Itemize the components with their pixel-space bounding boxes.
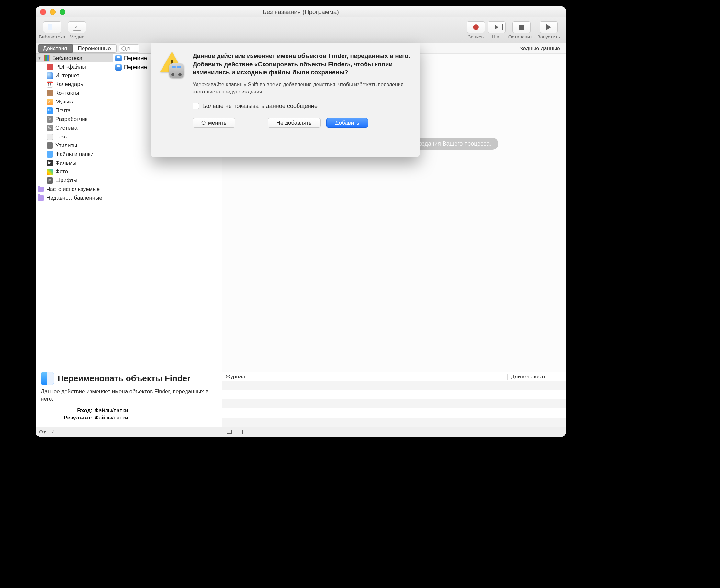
system-icon [47, 125, 53, 131]
smart-folder-icon [38, 195, 44, 201]
stop-icon [519, 25, 524, 30]
sidebar-item-library[interactable]: ▼ Библиотека [36, 54, 113, 62]
sidebar-item-contacts[interactable]: Контакты [36, 89, 113, 97]
sidebar-item-mail[interactable]: Почта [36, 106, 113, 115]
sidebar-item-pdf[interactable]: PDF-файлы [36, 62, 113, 71]
sidebar-item-text[interactable]: Текст [36, 132, 113, 141]
log-rows [222, 381, 566, 427]
sidebar-item-label: Разработчик [55, 116, 87, 123]
files-icon [47, 151, 53, 158]
toolbar-run-label: Запустить [537, 34, 560, 39]
library-search[interactable] [119, 44, 139, 53]
play-icon [546, 24, 551, 30]
cancel-button[interactable]: Отменить [193, 118, 235, 128]
utilities-icon [47, 142, 53, 149]
dont-add-button[interactable]: Не добавлять [268, 118, 320, 128]
log-column-duration[interactable]: Длительность [507, 374, 566, 380]
sidebar-item-label: Библиотека [53, 55, 82, 61]
toolbar-step-button[interactable]: Шаг [487, 21, 506, 39]
alert-sheet: ! Данное действие изменяет имена объекто… [151, 43, 420, 157]
toolbar: Библиотека Медиа Запись Шаг Остановить [36, 18, 566, 43]
list-item-label: Переиме [124, 55, 147, 61]
automator-badge-icon [169, 63, 184, 78]
smart-folder-icon [38, 187, 44, 192]
sidebar-item-label: Интернет [55, 72, 79, 79]
log-column-journal[interactable]: Журнал [222, 374, 507, 380]
sidebar-item-label: Контакты [55, 90, 79, 97]
info-panel: Переименовать объекты Finder Данное дейс… [36, 367, 222, 427]
sidebar-item-label: Музыка [55, 99, 75, 105]
list-item-label: Переиме [124, 64, 147, 70]
toolbar-media-label: Медиа [69, 34, 84, 39]
alert-heading: Данное действие изменяет имена объектов … [193, 52, 410, 77]
sidebar-item-system[interactable]: Система [36, 124, 113, 132]
globe-icon [47, 72, 53, 79]
sidebar-item-photo[interactable]: Фото [36, 167, 113, 176]
sidebar-item-recent[interactable]: Недавно…бавленные [36, 193, 113, 202]
window-title: Без названия (Программа) [36, 8, 566, 16]
developer-icon [47, 116, 53, 123]
calendar-icon [47, 81, 53, 88]
photo-icon [47, 169, 53, 175]
search-icon [121, 46, 126, 51]
toolbar-run-button[interactable]: Запустить [537, 21, 560, 39]
workflow-footer [222, 427, 566, 437]
toolbar-library-label: Библиотека [39, 34, 65, 39]
toolbar-record-button[interactable]: Запись [467, 21, 485, 39]
sidebar-item-files[interactable]: Файлы и папки [36, 150, 113, 159]
sidebar-item-label: Фото [55, 169, 68, 175]
fonts-icon [47, 177, 53, 184]
sidebar-item-label: Недавно…бавленные [46, 195, 102, 201]
log-view-icon[interactable] [226, 430, 232, 434]
tab-actions[interactable]: Действия [38, 44, 73, 53]
add-button[interactable]: Добавить [326, 118, 368, 128]
info-input-label: Вход: [41, 407, 93, 414]
sidebar-item-fonts[interactable]: Шрифты [36, 176, 113, 185]
info-result-value: Файлы/папки [95, 415, 128, 421]
sidebar-item-label: Фильмы [55, 160, 76, 166]
gear-icon[interactable]: ⚙︎▾ [39, 429, 46, 435]
checkbox-label: Больше не показывать данное сообщение [202, 103, 318, 110]
sidebar-item-label: Файлы и папки [55, 151, 94, 158]
movies-icon [47, 160, 53, 166]
search-input[interactable] [127, 46, 137, 51]
toolbar-library-button[interactable]: Библиотека [39, 21, 65, 39]
sidebar-item-movies[interactable]: Фильмы [36, 159, 113, 167]
results-view-icon[interactable] [237, 430, 243, 434]
finder-icon [41, 372, 54, 385]
sidebar-item-developer[interactable]: Разработчик [36, 115, 113, 124]
info-description: Данное действие изменяет имена объектов … [41, 388, 217, 403]
sidebar-item-label: Календарь [55, 81, 83, 88]
library-icon [44, 55, 50, 61]
sidebar-item-utilities[interactable]: Утилиты [36, 141, 113, 150]
sidebar-item-label: PDF-файлы [55, 64, 86, 70]
titlebar: Без названия (Программа) [36, 6, 566, 18]
pdf-icon [47, 64, 53, 70]
toolbar-record-label: Запись [468, 34, 484, 39]
sidebar-item-internet[interactable]: Интернет [36, 71, 113, 80]
category-sidebar[interactable]: ▼ Библиотека PDF-файлы Интернет Календар… [36, 54, 113, 367]
finder-action-icon [115, 64, 122, 70]
toolbar-stop-button[interactable]: Остановить [508, 21, 535, 39]
workflow-receives-label: ходные данные [520, 45, 560, 52]
warning-icon: ! [160, 52, 185, 77]
library-icon [48, 24, 56, 30]
sidebar-item-most-used[interactable]: Часто используемые [36, 185, 113, 193]
sidebar-item-music[interactable]: Музыка [36, 97, 113, 106]
alert-subtext: Удерживайте клавишу Shift во время добав… [193, 81, 410, 96]
toggle-info-icon[interactable] [51, 430, 56, 434]
sidebar-item-calendar[interactable]: Календарь [36, 80, 113, 89]
segmented-control: Действия Переменные [38, 44, 117, 53]
toolbar-media-button[interactable]: Медиа [68, 21, 86, 39]
mail-icon [47, 107, 53, 114]
contacts-icon [47, 90, 53, 97]
sidebar-item-label: Шрифты [55, 177, 77, 184]
info-title: Переименовать объекты Finder [58, 374, 191, 384]
info-result-label: Результат: [41, 415, 93, 421]
tab-variables[interactable]: Переменные [73, 44, 116, 53]
finder-action-icon [115, 55, 122, 61]
chevron-down-icon: ▼ [38, 56, 41, 61]
library-footer: ⚙︎▾ [36, 427, 222, 437]
music-icon [47, 99, 53, 105]
dont-show-again-checkbox[interactable]: Больше не показывать данное сообщение [193, 103, 410, 110]
